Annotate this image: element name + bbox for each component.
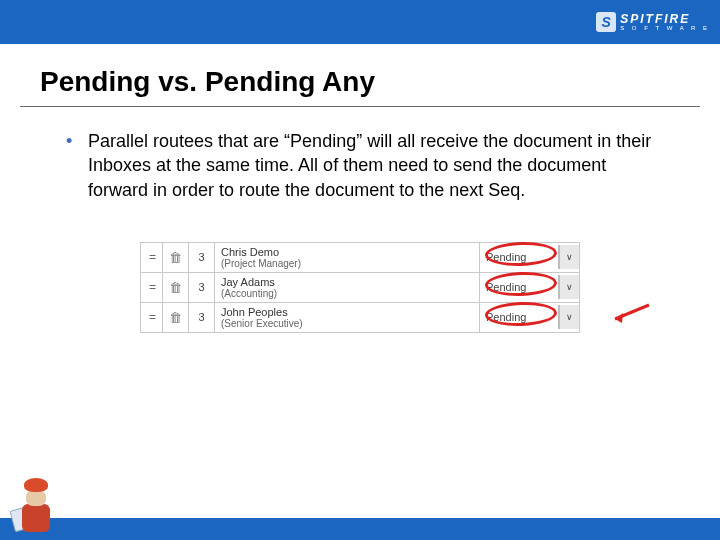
drag-icon: =: [149, 250, 154, 264]
routees-table: = 🗑 3 Chris Demo (Project Manager) Pendi…: [140, 242, 580, 333]
person-role: (Senior Executive): [221, 318, 473, 329]
person-name: Chris Demo: [221, 246, 473, 258]
chevron-down-icon: ∨: [566, 282, 573, 292]
status-dropdown-button[interactable]: ∨: [559, 245, 579, 269]
brand-badge-icon: S: [596, 12, 616, 32]
drag-handle[interactable]: =: [141, 272, 163, 302]
bullet-point: Parallel routees that are “Pending” will…: [60, 129, 660, 202]
drag-icon: =: [149, 310, 154, 324]
mascot-icon: [10, 478, 62, 540]
table-row: = 🗑 3 Jay Adams (Accounting) Pending ∨: [141, 272, 580, 302]
delete-button[interactable]: 🗑: [163, 242, 189, 272]
chevron-down-icon: ∨: [566, 252, 573, 262]
drag-icon: =: [149, 280, 154, 294]
chevron-down-icon: ∨: [566, 312, 573, 322]
person-name: John Peoples: [221, 306, 473, 318]
person-name: Jay Adams: [221, 276, 473, 288]
header-bar: S SPITFIRE S O F T W A R E: [0, 0, 720, 44]
brand-logo: S SPITFIRE S O F T W A R E: [596, 12, 710, 32]
routees-table-wrap: = 🗑 3 Chris Demo (Project Manager) Pendi…: [140, 242, 580, 333]
page-title: Pending vs. Pending Any: [20, 44, 700, 107]
status-cell: Pending ∨: [480, 242, 580, 272]
person-role: (Project Manager): [221, 258, 473, 269]
status-cell: Pending ∨: [480, 302, 580, 332]
status-value: Pending: [480, 275, 559, 299]
delete-button[interactable]: 🗑: [163, 302, 189, 332]
table-row: = 🗑 3 Chris Demo (Project Manager) Pendi…: [141, 242, 580, 272]
seq-cell: 3: [189, 242, 215, 272]
seq-cell: 3: [189, 272, 215, 302]
footer-bar: [0, 518, 720, 540]
drag-handle[interactable]: =: [141, 242, 163, 272]
person-cell: Jay Adams (Accounting): [215, 272, 480, 302]
drag-handle[interactable]: =: [141, 302, 163, 332]
delete-button[interactable]: 🗑: [163, 272, 189, 302]
brand-subtitle: S O F T W A R E: [620, 25, 710, 31]
status-value: Pending: [480, 305, 559, 329]
status-dropdown-button[interactable]: ∨: [559, 305, 579, 329]
trash-icon: 🗑: [169, 310, 182, 325]
status-cell: Pending ∨: [480, 272, 580, 302]
trash-icon: 🗑: [169, 280, 182, 295]
person-role: (Accounting): [221, 288, 473, 299]
trash-icon: 🗑: [169, 250, 182, 265]
brand-name: SPITFIRE: [620, 13, 710, 25]
seq-cell: 3: [189, 302, 215, 332]
table-row: = 🗑 3 John Peoples (Senior Executive) Pe…: [141, 302, 580, 332]
status-value: Pending: [480, 245, 559, 269]
content-area: Parallel routees that are “Pending” will…: [0, 107, 720, 333]
person-cell: Chris Demo (Project Manager): [215, 242, 480, 272]
person-cell: John Peoples (Senior Executive): [215, 302, 480, 332]
status-dropdown-button[interactable]: ∨: [559, 275, 579, 299]
